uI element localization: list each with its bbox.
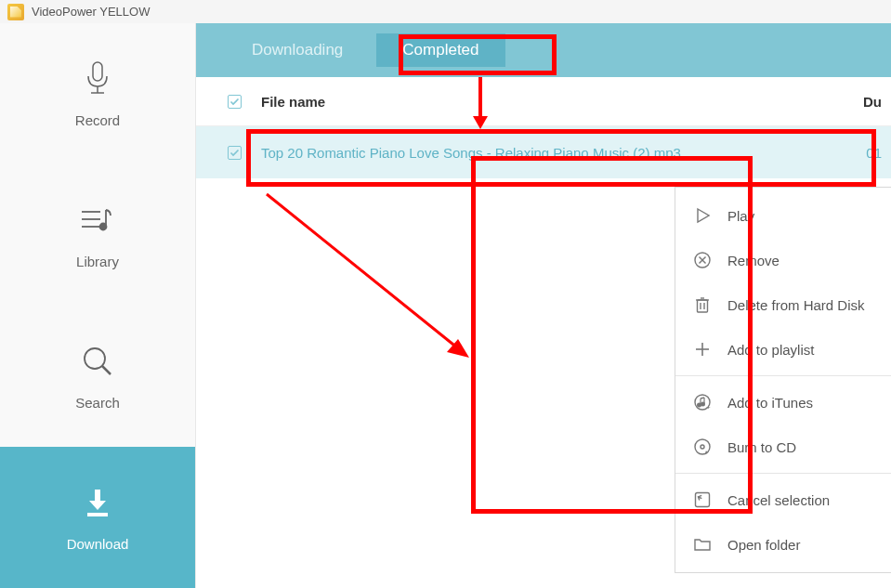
- context-item-label: Add to playlist: [727, 342, 814, 358]
- tab-label: Downloading: [252, 41, 343, 59]
- sidebar-item-download[interactable]: Download: [0, 447, 195, 588]
- svg-rect-14: [698, 300, 708, 312]
- table-header: File name Du: [196, 77, 891, 126]
- svg-point-6: [100, 223, 107, 229]
- context-item-label: Play: [727, 208, 754, 224]
- file-duration: 01: [866, 145, 882, 161]
- context-item-label: Burn to CD: [727, 439, 796, 455]
- tab-label: Completed: [402, 41, 478, 59]
- tabs-bar: Downloading Completed: [196, 23, 891, 77]
- context-item-label: Open folder: [727, 537, 800, 553]
- context-divider: [675, 473, 891, 474]
- title-bar: VideoPower YELLOW: [0, 0, 891, 23]
- itunes-icon: +: [692, 392, 713, 412]
- main-area: Downloading Completed File name Du Top 2…: [196, 23, 891, 588]
- context-item-remove[interactable]: Remove: [675, 238, 891, 282]
- tab-completed[interactable]: Completed: [376, 33, 504, 67]
- remove-icon: [692, 250, 713, 270]
- check-icon: [229, 97, 240, 107]
- cd-icon: [692, 437, 713, 457]
- trash-icon: [692, 294, 713, 315]
- folder-icon: [692, 534, 713, 555]
- context-item-delete[interactable]: Delete from Hard Disk: [675, 282, 891, 327]
- svg-text:+: +: [706, 403, 711, 412]
- context-item-label: Remove: [727, 253, 780, 268]
- svg-rect-0: [93, 62, 102, 81]
- context-item-add-playlist[interactable]: Add to playlist: [675, 327, 891, 372]
- plus-icon: [692, 339, 713, 359]
- context-item-itunes[interactable]: + Add to iTunes: [675, 380, 891, 425]
- svg-point-27: [701, 445, 704, 449]
- svg-point-23: [701, 402, 705, 406]
- svg-rect-9: [87, 513, 108, 516]
- sidebar-item-label: Library: [76, 254, 119, 269]
- column-header-duration[interactable]: Du: [863, 94, 882, 110]
- column-header-filename[interactable]: File name: [261, 94, 325, 110]
- sidebar-item-label: Download: [67, 536, 129, 552]
- app-logo: [7, 4, 24, 20]
- svg-point-7: [85, 348, 105, 369]
- app-title: VideoPower YELLOW: [32, 5, 150, 19]
- sidebar-item-label: Record: [75, 112, 120, 128]
- cancel-icon: [692, 490, 713, 510]
- context-menu: Play Remove Delete from Hard Disk Add to…: [675, 187, 891, 573]
- file-name: Top 20 Romantic Piano Love Songs - Relax…: [261, 145, 681, 161]
- svg-point-26: [695, 439, 710, 454]
- row-checkbox[interactable]: [228, 146, 242, 160]
- svg-line-8: [102, 366, 111, 374]
- svg-marker-10: [698, 209, 709, 222]
- search-icon: [79, 343, 116, 380]
- microphone-icon: [79, 60, 116, 98]
- context-divider: [675, 375, 891, 376]
- context-item-play[interactable]: Play: [675, 193, 891, 238]
- sidebar-item-record[interactable]: Record: [0, 23, 195, 164]
- select-all-checkbox[interactable]: [228, 95, 242, 109]
- download-icon: [79, 484, 116, 521]
- context-item-label: Delete from Hard Disk: [727, 297, 865, 313]
- context-item-burn[interactable]: Burn to CD: [675, 425, 891, 469]
- table-row[interactable]: Top 20 Romantic Piano Love Songs - Relax…: [196, 126, 891, 178]
- library-icon: [79, 202, 116, 239]
- svg-point-22: [698, 403, 701, 407]
- sidebar-item-library[interactable]: Library: [0, 164, 195, 306]
- sidebar-item-search[interactable]: Search: [0, 306, 195, 447]
- check-icon: [229, 148, 240, 158]
- context-item-label: Add to iTunes: [727, 395, 813, 411]
- context-item-open-folder[interactable]: Open folder: [675, 522, 891, 567]
- sidebar-item-label: Search: [75, 395, 120, 411]
- play-icon: [692, 205, 713, 226]
- context-item-cancel-selection[interactable]: Cancel selection: [675, 477, 891, 522]
- tab-downloading[interactable]: Downloading: [226, 33, 369, 67]
- sidebar: Record Library S: [0, 23, 196, 588]
- svg-rect-28: [696, 493, 710, 507]
- svg-line-24: [701, 398, 704, 399]
- context-item-label: Cancel selection: [727, 492, 830, 508]
